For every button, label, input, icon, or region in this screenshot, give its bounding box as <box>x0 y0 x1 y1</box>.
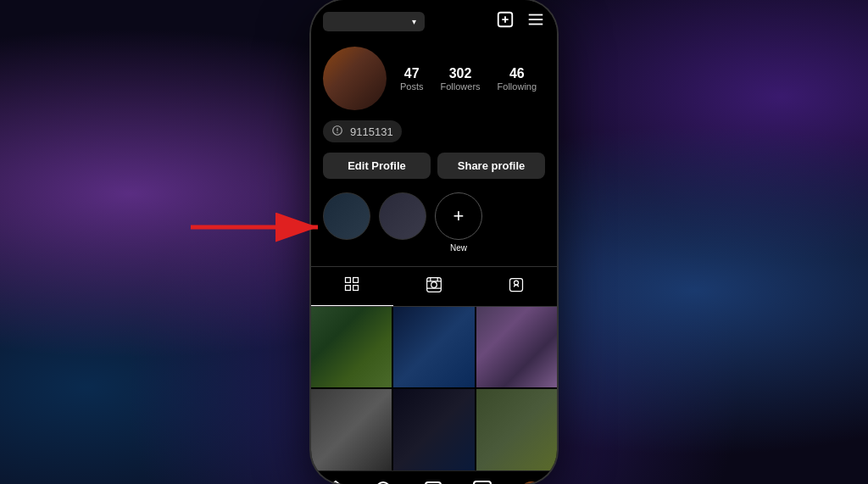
posts-count: 47 <box>404 66 420 81</box>
action-buttons: Edit Profile Share profile <box>323 153 545 179</box>
reels-icon <box>426 276 442 298</box>
highlight-add-button[interactable]: + <box>435 192 482 240</box>
search-nav-icon[interactable] <box>374 480 394 484</box>
photo-grid <box>311 307 557 470</box>
tab-grid[interactable] <box>311 267 393 306</box>
threads-badge[interactable]: 9115131 <box>323 120 402 142</box>
svg-point-11 <box>431 281 437 287</box>
svg-rect-10 <box>427 277 442 292</box>
highlight-item-2[interactable] <box>379 192 426 253</box>
following-label: Following <box>498 81 537 92</box>
grid-cell-5[interactable] <box>393 389 474 470</box>
svg-point-17 <box>514 281 518 285</box>
avatar <box>323 47 387 110</box>
grid-cell-6[interactable] <box>476 389 557 470</box>
top-icons <box>496 10 545 33</box>
grid-cell-2[interactable] <box>393 307 474 387</box>
top-bar: ▾ <box>311 0 557 40</box>
threads-icon <box>331 125 345 138</box>
phone-screen: ▾ <box>311 0 557 484</box>
tab-reels[interactable] <box>393 267 476 306</box>
threads-count: 9115131 <box>350 125 393 138</box>
posts-stat[interactable]: 47 Posts <box>400 66 424 92</box>
grid-cell-1[interactable] <box>311 307 392 387</box>
followers-count: 302 <box>449 66 472 81</box>
followers-stat[interactable]: 302 Followers <box>441 66 481 92</box>
edit-profile-button[interactable]: Edit Profile <box>323 153 431 179</box>
highlights-row: + New <box>323 192 545 266</box>
posts-label: Posts <box>400 81 424 92</box>
grid-cell-3[interactable] <box>476 307 557 387</box>
following-count: 46 <box>509 66 525 81</box>
tagged-icon <box>508 276 525 298</box>
phone-frame: ▾ <box>311 0 557 484</box>
svg-rect-7 <box>353 278 359 283</box>
highlight-add-item[interactable]: + New <box>435 192 482 253</box>
highlight-new-label: New <box>450 243 467 253</box>
tab-tagged[interactable] <box>475 267 557 306</box>
share-profile-button[interactable]: Share profile <box>437 153 545 179</box>
svg-rect-8 <box>346 286 351 291</box>
add-post-icon[interactable] <box>496 10 515 33</box>
highlight-circle-2 <box>379 192 426 240</box>
reels-nav-icon[interactable] <box>472 480 492 484</box>
chevron-down-icon: ▾ <box>412 17 416 26</box>
svg-rect-9 <box>353 286 359 291</box>
username-dropdown[interactable]: ▾ <box>323 12 425 31</box>
grid-cell-4[interactable] <box>311 389 392 470</box>
svg-rect-6 <box>346 278 351 283</box>
add-nav-icon[interactable] <box>423 480 443 484</box>
profile-header: 47 Posts 302 Followers 46 Following <box>323 47 545 110</box>
stats-row: 47 Posts 302 Followers 46 Following <box>400 66 545 92</box>
highlight-circle-1 <box>323 192 370 240</box>
content-tab-bar <box>311 266 557 307</box>
menu-icon[interactable] <box>526 10 545 33</box>
highlight-item-1[interactable] <box>323 192 370 253</box>
bottom-nav <box>311 470 557 484</box>
profile-section: 47 Posts 302 Followers 46 Following <box>311 40 557 266</box>
grid-icon <box>343 275 360 297</box>
following-stat[interactable]: 46 Following <box>498 66 537 92</box>
followers-label: Followers <box>441 81 481 92</box>
